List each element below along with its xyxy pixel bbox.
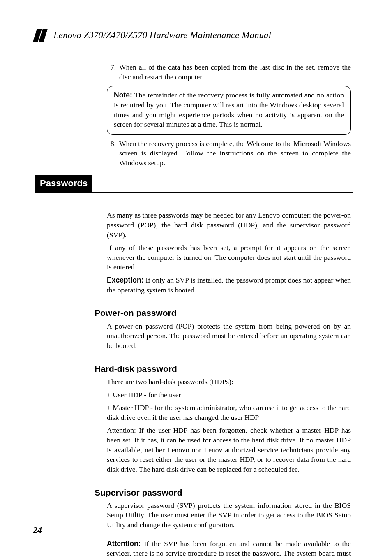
section-exception: Exception: If only an SVP is installed, … (107, 276, 351, 295)
section-intro-1: As many as three passwords may be needed… (107, 211, 351, 240)
power-on-text: A power-on password (POP) protects the s… (107, 322, 351, 351)
subheading-supervisor: Supervisor password (95, 487, 351, 498)
attention-text: If the SVP has been forgotten and cannot… (107, 540, 351, 556)
step-text: When all of the data has been copied fro… (119, 63, 351, 82)
brand-stripes-icon (33, 29, 50, 42)
section-heading-rule: Passwords (35, 175, 353, 194)
hdp-p2: + User HDP - for the user (107, 390, 351, 400)
hdp-p1: There are two hard-disk passwords (HDPs)… (107, 377, 351, 387)
subheading-power-on: Power-on password (95, 307, 351, 319)
step-8-row: 8. When the recovery process is complete… (107, 139, 351, 168)
page-number: 24 (33, 525, 42, 535)
content-body: 7. When all of the data has been copied … (41, 63, 351, 556)
attention-label: Attention: (107, 540, 141, 548)
section-heading-passwords: Passwords (35, 175, 92, 193)
exception-label: Exception: (107, 276, 143, 284)
exception-text: If only an SVP is installed, the passwor… (107, 276, 351, 294)
step-7-row: 7. When all of the data has been copied … (107, 63, 351, 82)
note-label: Note: (114, 91, 132, 99)
step-number: 7. (107, 63, 116, 82)
section-intro-2: If any of these passwords has been set, … (107, 243, 351, 272)
step-number: 8. (107, 139, 116, 168)
page-header: Lenovo Z370/Z470/Z570 Hardware Maintenan… (33, 29, 351, 42)
note-callout: Note: The remainder of the recovery proc… (107, 86, 351, 135)
note-text: The remainder of the recovery process is… (114, 91, 344, 128)
hdp-p3: + Master HDP - for the system administra… (107, 403, 351, 422)
svp-attention: Attention: If the SVP has been forgotten… (107, 539, 351, 556)
subheading-hard-disk: Hard-disk password (95, 363, 351, 375)
document-title: Lenovo Z370/Z470/Z570 Hardware Maintenan… (53, 30, 271, 41)
step-text: When the recovery process is complete, t… (119, 139, 351, 168)
hdp-p4: Attention: If the user HDP has been forg… (107, 426, 351, 474)
page-container: Lenovo Z370/Z470/Z570 Hardware Maintenan… (0, 0, 392, 556)
svp-p1: A supervisor password (SVP) protects the… (107, 501, 351, 530)
